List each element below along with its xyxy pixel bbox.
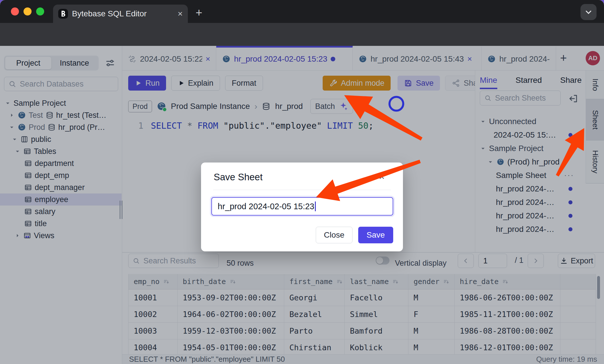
new-tab-button[interactable]: + bbox=[196, 6, 202, 19]
save-sheet-dialog: Save Sheet × hr_prod 2024-02-05 15:23 Cl… bbox=[201, 163, 403, 251]
browser-tab[interactable]: Bytebase SQL Editor × bbox=[53, 5, 188, 23]
chevron-down-icon bbox=[584, 7, 593, 17]
minimize-window-button[interactable] bbox=[24, 7, 32, 15]
tab-search-button[interactable] bbox=[580, 4, 597, 20]
dialog-close-button[interactable]: Close bbox=[316, 227, 352, 243]
dialog-close-icon[interactable]: × bbox=[379, 171, 385, 182]
browser-window: Bytebase SQL Editor × + localhost:8080/s… bbox=[0, 0, 604, 364]
browser-tabstrip: Bytebase SQL Editor × + bbox=[0, 0, 604, 23]
dialog-save-button[interactable]: Save bbox=[358, 227, 393, 243]
browser-toolbar: localhost:8080/sql-editor/prod-sample-in… bbox=[0, 23, 604, 46]
text-cursor bbox=[315, 201, 316, 211]
bytebase-favicon bbox=[58, 9, 68, 19]
maximize-window-button[interactable] bbox=[36, 7, 44, 15]
dialog-divider bbox=[213, 190, 391, 190]
browser-tab-title: Bytebase SQL Editor bbox=[72, 9, 174, 18]
browser-tab-close-icon[interactable]: × bbox=[178, 9, 183, 19]
sheet-name-input[interactable]: hr_prod 2024-02-05 15:23 bbox=[211, 197, 393, 216]
dialog-title: Save Sheet bbox=[214, 172, 263, 183]
sheet-name-value: hr_prod 2024-02-05 15:23 bbox=[218, 202, 314, 211]
close-window-button[interactable] bbox=[11, 7, 19, 15]
